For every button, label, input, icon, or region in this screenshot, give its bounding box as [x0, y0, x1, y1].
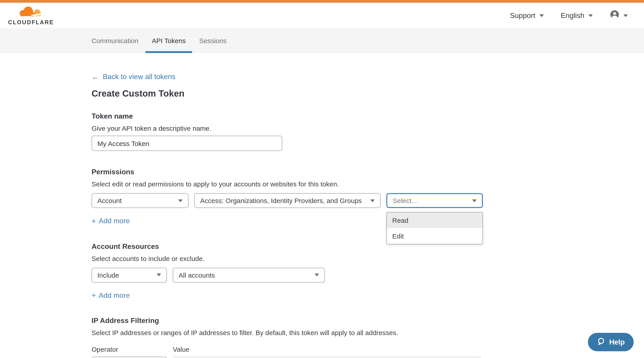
top-accent-bar — [0, 0, 644, 3]
tab-api-tokens[interactable]: API Tokens — [146, 28, 192, 53]
permission-scope-value: Account — [98, 197, 122, 204]
arrow-left-icon: ← — [92, 73, 100, 81]
back-to-tokens-link[interactable]: ← Back to view all tokens — [92, 73, 176, 81]
header: CLOUDFLARE Support English — [0, 3, 644, 28]
tab-band: Communication API Tokens Sessions — [0, 28, 644, 53]
token-name-section: Token name Give your API token a descrip… — [92, 112, 644, 151]
token-name-heading: Token name — [92, 112, 644, 120]
permission-level-select[interactable]: Select... — [386, 193, 483, 208]
tab-communication[interactable]: Communication — [85, 28, 144, 53]
chevron-down-icon — [472, 199, 476, 202]
plus-icon: + — [92, 217, 96, 225]
permissions-heading: Permissions — [92, 168, 644, 176]
plus-icon: + — [92, 291, 96, 299]
permission-level-menu: Read Edit — [386, 212, 483, 244]
ip-filtering-heading: IP Address Filtering — [92, 317, 644, 325]
account-resources-description: Select accounts to include or exclude. — [92, 254, 644, 262]
ip-filtering-description: Select IP addresses or ranges of IP addr… — [92, 329, 644, 336]
chevron-down-icon — [588, 14, 593, 17]
page: CLOUDFLARE Support English — [0, 0, 644, 358]
resource-mode-select[interactable]: Include — [92, 267, 167, 282]
add-more-label: Add more — [99, 217, 130, 225]
chevron-down-icon — [539, 14, 544, 17]
token-name-input[interactable] — [92, 136, 282, 151]
permission-level-wrap: Select... Read Edit — [386, 193, 483, 208]
cloudflare-wordmark: CLOUDFLARE — [8, 19, 54, 25]
ip-value-input[interactable] — [173, 357, 481, 358]
help-button[interactable]: Help — [588, 333, 634, 351]
account-menu[interactable] — [610, 10, 628, 21]
chevron-down-icon — [314, 273, 319, 276]
menu-item-read[interactable]: Read — [387, 212, 482, 228]
permissions-description: Select edit or read permissions to apply… — [92, 180, 644, 188]
chevron-down-icon — [623, 14, 628, 17]
account-resources-add-more-link[interactable]: + Add more — [92, 291, 130, 299]
ip-filtering-labels: Operator Value — [92, 345, 644, 353]
menu-item-edit[interactable]: Edit — [387, 228, 482, 244]
operator-label: Operator — [92, 345, 173, 353]
support-label: Support — [510, 12, 535, 20]
language-label: English — [561, 12, 584, 20]
chat-bubble-icon — [597, 337, 605, 347]
token-name-description: Give your API token a descriptive name. — [92, 124, 644, 132]
tabs-nav: Communication API Tokens Sessions — [0, 28, 644, 53]
permission-resource-value: Access: Organizations, Identity Provider… — [200, 197, 362, 204]
permission-scope-select[interactable]: Account — [92, 193, 188, 208]
page-title: Create Custom Token — [92, 89, 644, 99]
help-button-label: Help — [609, 338, 625, 346]
account-resources-heading: Account Resources — [92, 242, 644, 250]
chevron-down-icon — [370, 199, 375, 202]
permission-level-value: Select... — [393, 197, 417, 204]
main-content: ← Back to view all tokens Create Custom … — [0, 53, 644, 358]
add-more-label: Add more — [99, 291, 130, 299]
permissions-row: Account Access: Organizations, Identity … — [92, 193, 644, 208]
ip-filtering-row: Select... — [92, 357, 644, 358]
account-resources-row: Include All accounts — [92, 267, 644, 282]
language-menu[interactable]: English — [561, 12, 593, 20]
permissions-add-more-link[interactable]: + Add more — [92, 217, 130, 225]
ip-filtering-section: IP Address Filtering Select IP addresses… — [92, 317, 644, 358]
value-label: Value — [173, 345, 190, 353]
chevron-down-icon — [156, 273, 161, 276]
cloudflare-cloud-icon — [18, 6, 44, 20]
resource-mode-value: Include — [98, 271, 119, 279]
support-menu[interactable]: Support — [510, 12, 544, 20]
cloudflare-logo-link[interactable]: CLOUDFLARE — [8, 6, 54, 25]
resource-accounts-value: All accounts — [178, 271, 215, 279]
account-resources-section: Account Resources Select accounts to inc… — [92, 242, 644, 300]
permission-resource-select[interactable]: Access: Organizations, Identity Provider… — [194, 193, 380, 208]
chevron-down-icon — [178, 199, 183, 202]
ip-operator-select[interactable]: Select... — [92, 357, 167, 358]
resource-accounts-select[interactable]: All accounts — [173, 267, 325, 282]
header-controls: Support English — [510, 10, 628, 21]
user-avatar-icon — [610, 10, 619, 21]
permissions-section: Permissions Select edit or read permissi… — [92, 168, 644, 225]
tab-sessions[interactable]: Sessions — [193, 28, 233, 53]
back-link-label: Back to view all tokens — [103, 73, 176, 81]
